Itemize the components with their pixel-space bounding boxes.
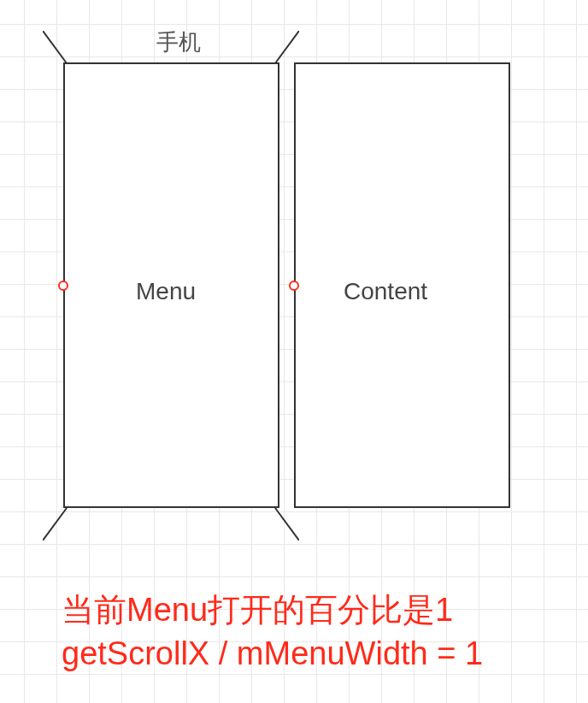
corner-bracket-icon: [265, 506, 299, 541]
menu-label: Menu: [136, 278, 196, 305]
svg-line-2: [43, 508, 67, 541]
svg-line-3: [275, 508, 299, 541]
svg-line-0: [43, 31, 67, 63]
content-label: Content: [344, 278, 427, 305]
caption-line-2: getScrollX / mMenuWidth = 1: [62, 632, 483, 676]
diagram-canvas: 手机 Menu Content 当前Menu打开的百分比是1 getScroll…: [0, 0, 588, 703]
phone-label: 手机: [156, 27, 201, 57]
corner-bracket-icon: [43, 506, 77, 541]
corner-bracket-icon: [265, 31, 299, 65]
anchor-dot-icon: [58, 281, 68, 291]
svg-line-1: [275, 31, 299, 63]
caption-line-1: 当前Menu打开的百分比是1: [62, 588, 483, 632]
caption-text: 当前Menu打开的百分比是1 getScrollX / mMenuWidth =…: [62, 588, 483, 676]
corner-bracket-icon: [43, 31, 77, 65]
anchor-dot-icon: [289, 281, 299, 291]
